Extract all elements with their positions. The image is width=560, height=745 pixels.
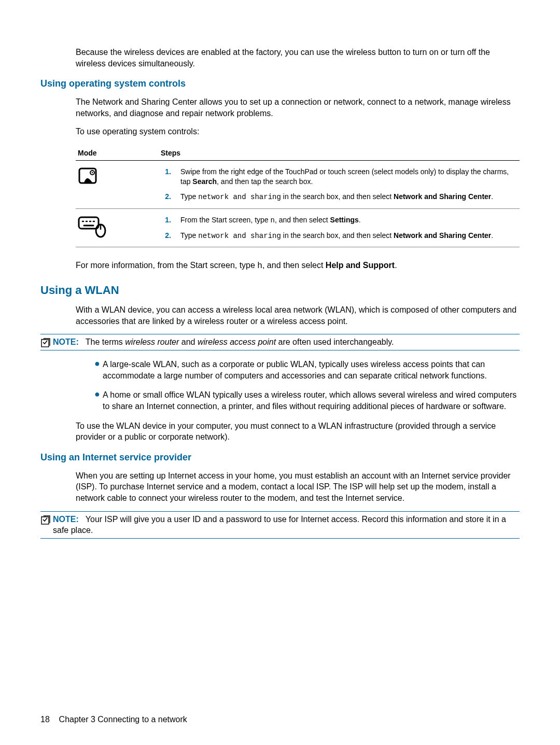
- note-block-wlan: NOTE: The terms wireless router and wire…: [40, 334, 520, 350]
- os-controls-table: Mode Steps: [76, 145, 520, 247]
- after-table-para: For more information, from the Start scr…: [76, 260, 520, 272]
- table-row: 1. From the Start screen, type n, and th…: [76, 208, 520, 247]
- heading-wlan: Using a WLAN: [40, 284, 520, 297]
- wlan-bullet2: A home or small office WLAN typically us…: [103, 389, 520, 412]
- heading-os-controls: Using operating system controls: [40, 78, 520, 89]
- row1-step2: Type network and sharing in the search b…: [180, 192, 517, 202]
- step-number: 1.: [161, 167, 175, 187]
- wlan-para1: With a WLAN device, you can access a wir…: [76, 304, 520, 327]
- page-footer: 18 Chapter 3 Connecting to a network: [40, 715, 187, 724]
- table-row: 1. Swipe from the right edge of the Touc…: [76, 160, 520, 208]
- wlan-bullet1: A large-scale WLAN, such as a corporate …: [103, 359, 520, 381]
- svg-point-2: [92, 172, 93, 174]
- isp-para1: When you are setting up Internet access …: [76, 470, 520, 504]
- intro-paragraph: Because the wireless devices are enabled…: [76, 47, 520, 69]
- row2-step1: From the Start screen, type n, and then …: [180, 215, 517, 226]
- os-para2: To use operating system controls:: [76, 126, 520, 137]
- row1-step1: Swipe from the right edge of the TouchPa…: [180, 167, 517, 187]
- chapter-title: Chapter 3 Connecting to a network: [59, 715, 187, 724]
- step-number: 2.: [161, 192, 175, 202]
- step-number: 1.: [161, 215, 175, 226]
- step-number: 2.: [161, 231, 175, 241]
- page-number: 18: [40, 715, 50, 724]
- row2-step2: Type network and sharing in the search b…: [180, 231, 517, 241]
- th-mode: Mode: [76, 145, 159, 161]
- keyboard-mouse-icon: [78, 215, 157, 238]
- isp-note-text: Your ISP will give you a user ID and a p…: [53, 515, 506, 535]
- note-label: NOTE:: [53, 515, 79, 524]
- note-icon: [40, 336, 53, 348]
- note-label: NOTE:: [53, 338, 79, 346]
- os-para1: The Network and Sharing Center allows yo…: [76, 96, 520, 119]
- bullet-icon: ●: [94, 359, 103, 381]
- bullet-icon: ●: [94, 389, 103, 412]
- svg-rect-3: [79, 217, 99, 229]
- th-steps: Steps: [159, 145, 520, 161]
- wlan-para2: To use the WLAN device in your computer,…: [76, 420, 520, 443]
- note-block-isp: NOTE: Your ISP will give you a user ID a…: [40, 511, 520, 539]
- note-icon: [40, 514, 53, 525]
- heading-isp: Using an Internet service provider: [40, 452, 520, 463]
- touch-tablet-icon: [78, 167, 157, 188]
